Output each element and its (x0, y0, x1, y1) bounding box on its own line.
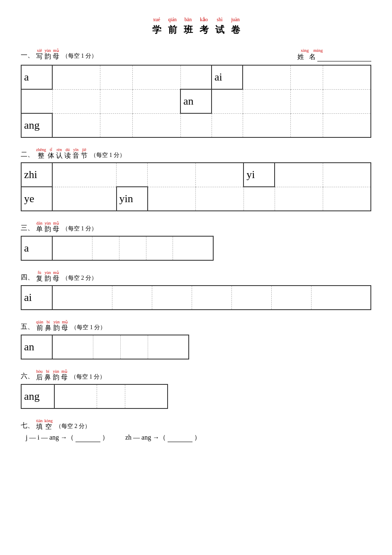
cell-empty[interactable] (52, 286, 112, 310)
label-chinese: 鼻 (44, 374, 51, 381)
label-char: mǔ母 (53, 220, 59, 232)
formula2-blank[interactable] (168, 434, 192, 442)
cell-empty[interactable] (148, 335, 189, 359)
cell-empty[interactable] (148, 187, 196, 211)
cell-empty[interactable] (52, 65, 100, 89)
cell-empty[interactable] (52, 89, 100, 113)
cell-empty[interactable] (231, 286, 271, 310)
cell-empty[interactable] (52, 236, 93, 260)
cell-empty[interactable] (323, 89, 371, 113)
cell-empty[interactable] (52, 113, 100, 137)
section1-grid: a ai an ang (21, 65, 371, 138)
section5: 五、 qián前bí鼻yùn韵mǔ母 （每空 1 分） an (21, 319, 371, 359)
cell-ai[interactable]: ai (212, 65, 243, 89)
label-char: yùn韵 (53, 369, 59, 381)
cell-a[interactable]: a (21, 236, 52, 260)
cell-empty[interactable] (291, 65, 323, 89)
cell-empty[interactable] (212, 113, 243, 137)
cell-empty[interactable] (52, 335, 93, 359)
cell-empty[interactable] (243, 65, 291, 89)
cell-empty[interactable] (243, 113, 291, 137)
cell-empty[interactable] (93, 236, 119, 260)
label-chinese: 韵 (44, 226, 51, 232)
section4-number: 四、 (21, 273, 34, 282)
section3-grid: a (21, 236, 214, 261)
cell-yi[interactable]: yi (243, 163, 275, 187)
cell-empty[interactable] (275, 187, 323, 211)
cell-empty[interactable] (291, 113, 323, 137)
table-row: ang (21, 384, 168, 408)
cell-empty[interactable] (275, 163, 323, 187)
cell-empty[interactable] (132, 65, 180, 89)
cell-empty[interactable] (146, 236, 173, 260)
cell-empty[interactable] (180, 65, 212, 89)
cell-empty[interactable] (125, 384, 168, 408)
section4: 四、 fù复yùn韵mǔ母 （每空 2 分） ai (21, 270, 371, 310)
cell-empty[interactable] (323, 163, 371, 187)
label-chinese: 填 (36, 423, 43, 430)
cell-empty[interactable] (152, 286, 192, 310)
cell-empty[interactable] (120, 335, 148, 359)
cell-empty[interactable] (52, 187, 117, 211)
label-chinese: 认 (56, 152, 63, 159)
label-char: qián前 (36, 319, 43, 331)
formula1-blank[interactable] (75, 434, 100, 442)
label-char: zhěng整 (36, 147, 46, 159)
cell-empty[interactable] (195, 163, 243, 187)
cell-empty[interactable] (243, 89, 291, 113)
cell-empty[interactable] (192, 286, 231, 310)
cell-an[interactable]: an (180, 89, 212, 113)
cell-empty[interactable] (119, 236, 146, 260)
title-chinese-char: 考 (200, 24, 209, 36)
cell-an[interactable]: an (21, 335, 52, 359)
cell-empty[interactable] (291, 89, 323, 113)
cell-ye[interactable]: ye (21, 187, 52, 211)
cell-ang[interactable]: ang (21, 113, 52, 137)
cell-empty[interactable] (100, 89, 132, 113)
cell-empty[interactable] (132, 89, 180, 113)
section3: 三、 dān单yùn韵mǔ母 （每空 1 分） a (21, 220, 371, 261)
section5-note: （每空 1 分） (71, 324, 106, 331)
name-field: xìng míng 姓 名 (297, 48, 371, 61)
cell-empty[interactable] (323, 113, 371, 137)
cell-empty[interactable] (93, 335, 121, 359)
cell-empty[interactable] (195, 187, 243, 211)
cell-empty[interactable] (97, 384, 125, 408)
cell-empty[interactable] (323, 65, 371, 89)
section3-label: dān单yùn韵mǔ母 (36, 220, 60, 232)
cell-empty[interactable] (243, 187, 275, 211)
label-char: yùn韵 (44, 48, 51, 60)
cell-empty[interactable] (117, 163, 148, 187)
cell-empty[interactable] (212, 89, 243, 113)
label-chinese: 前 (37, 325, 43, 331)
cell-empty[interactable] (100, 113, 132, 137)
label-char: kòng空 (44, 418, 53, 430)
cell-empty[interactable] (112, 286, 152, 310)
label-chinese: 空 (45, 423, 52, 430)
cell-empty[interactable] (132, 113, 180, 137)
cell-ai[interactable]: ai (21, 286, 52, 310)
cell-empty[interactable] (148, 163, 196, 187)
cell-empty[interactable] (52, 163, 117, 187)
cell-empty[interactable] (271, 286, 311, 310)
table-row: zhi yi (21, 163, 371, 187)
label-chinese: 韵 (44, 53, 51, 60)
cell-empty[interactable] (54, 384, 97, 408)
cell-a[interactable]: a (21, 65, 52, 89)
label-chinese: 母 (53, 53, 59, 60)
section4-note: （每空 2 分） (62, 274, 97, 282)
cell-empty[interactable] (311, 286, 371, 310)
cell-empty[interactable] (100, 65, 132, 89)
section2-label: zhěng整tǐ体rèn认dú读yīn音jiē节 (36, 147, 88, 159)
table-row: ai (21, 286, 371, 310)
cell-empty[interactable] (180, 113, 212, 137)
cell-zhi[interactable]: zhi (21, 163, 52, 187)
cell-empty[interactable] (21, 89, 52, 113)
cell-empty[interactable] (173, 236, 213, 260)
cell-empty[interactable] (323, 187, 371, 211)
title-pinyin-row: xuéqiánbānkǎoshìjuàn (21, 17, 371, 23)
cell-yin[interactable]: yin (117, 187, 148, 211)
section7: 七、 tián填kòng空 （每空 2 分） j — i — ang →（ ） … (21, 418, 371, 442)
title-pinyin-char: juàn (231, 17, 240, 23)
cell-ang[interactable]: ang (21, 384, 54, 408)
